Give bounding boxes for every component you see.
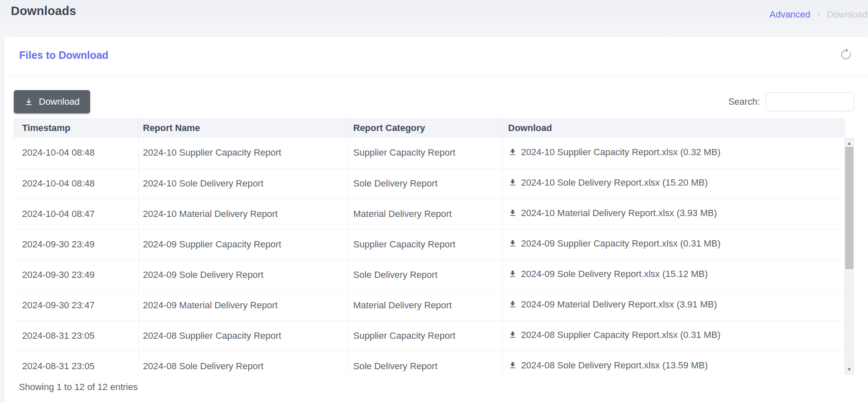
cell-download: 2024-08 Sole Delivery Report.xlsx (13.59…: [502, 351, 845, 375]
cell-report-category: Sole Delivery Report: [349, 351, 502, 375]
download-icon: [508, 209, 517, 217]
cell-report-category: Supplier Capacity Report: [349, 138, 502, 168]
cell-report-name: 2024-09 Supplier Capacity Report: [139, 229, 349, 259]
card-body: Download Search: Timestamp Report Name R…: [14, 76, 854, 393]
table-row[interactable]: 2024-09-30 23:49 2024-09 Sole Delivery R…: [14, 259, 845, 290]
download-button-label: Download: [39, 96, 80, 107]
breadcrumb: Advanced › Downloads: [770, 9, 868, 20]
cell-download: 2024-08 Supplier Capacity Report.xlsx (0…: [502, 320, 845, 351]
breadcrumb-link-advanced[interactable]: Advanced: [770, 9, 810, 20]
download-file-link[interactable]: 2024-10 Sole Delivery Report.xlsx (15.20…: [508, 177, 708, 188]
scrollbar-thumb[interactable]: [845, 147, 853, 269]
download-file-label: 2024-10 Supplier Capacity Report.xlsx (0…: [521, 147, 721, 158]
table-row[interactable]: 2024-10-04 08:47 2024-10 Material Delive…: [14, 199, 845, 229]
card-title: Files to Download: [19, 49, 108, 61]
cell-report-name: 2024-10 Sole Delivery Report: [139, 168, 349, 199]
table-viewport: 2024-10-04 08:48 2024-10 Supplier Capaci…: [14, 138, 845, 375]
cell-timestamp: 2024-10-04 08:48: [14, 168, 139, 199]
download-button[interactable]: Download: [14, 90, 90, 113]
table-row[interactable]: 2024-09-30 23:49 2024-09 Supplier Capaci…: [14, 229, 845, 259]
cell-download: 2024-09 Supplier Capacity Report.xlsx (0…: [502, 229, 845, 259]
cell-timestamp: 2024-09-30 23:49: [14, 259, 139, 290]
table-scrollbar[interactable]: ▲ ▼: [844, 138, 854, 375]
cell-timestamp: 2024-08-31 23:05: [14, 320, 139, 351]
cell-timestamp: 2024-10-04 08:47: [14, 199, 139, 229]
download-file-label: 2024-10 Material Delivery Report.xlsx (3…: [521, 208, 717, 219]
download-file-label: 2024-09 Supplier Capacity Report.xlsx (0…: [521, 238, 721, 249]
download-icon: [508, 330, 517, 339]
chevron-right-icon: ›: [817, 9, 820, 20]
column-header-report-category[interactable]: Report Category: [349, 118, 502, 138]
column-header-report-name[interactable]: Report Name: [139, 118, 349, 138]
download-file-link[interactable]: 2024-08 Supplier Capacity Report.xlsx (0…: [508, 330, 721, 340]
search-input[interactable]: [766, 92, 854, 111]
cell-report-category: Material Delivery Report: [349, 290, 502, 320]
cell-timestamp: 2024-08-31 23:05: [14, 351, 139, 375]
cell-report-category: Material Delivery Report: [349, 199, 502, 229]
cell-report-category: Sole Delivery Report: [349, 259, 502, 290]
cell-timestamp: 2024-09-30 23:47: [14, 290, 139, 320]
download-file-link[interactable]: 2024-10 Supplier Capacity Report.xlsx (0…: [508, 147, 721, 158]
download-file-label: 2024-08 Supplier Capacity Report.xlsx (0…: [521, 330, 721, 340]
download-icon: [508, 178, 517, 187]
download-file-label: 2024-09 Material Delivery Report.xlsx (3…: [521, 299, 717, 310]
download-file-label: 2024-09 Sole Delivery Report.xlsx (15.12…: [521, 269, 708, 280]
cell-download: 2024-10 Supplier Capacity Report.xlsx (0…: [502, 138, 845, 168]
table-row[interactable]: 2024-10-04 08:48 2024-10 Sole Delivery R…: [14, 168, 845, 199]
cell-report-category: Sole Delivery Report: [349, 168, 502, 199]
download-icon: [508, 239, 517, 248]
download-file-link[interactable]: 2024-09 Supplier Capacity Report.xlsx (0…: [508, 238, 721, 249]
table-row[interactable]: 2024-10-04 08:48 2024-10 Supplier Capaci…: [14, 138, 845, 168]
download-file-link[interactable]: 2024-08 Sole Delivery Report.xlsx (13.59…: [508, 360, 708, 371]
table-row[interactable]: 2024-09-30 23:47 2024-09 Material Delive…: [14, 290, 845, 320]
table-header: Timestamp Report Name Report Category Do…: [14, 118, 845, 138]
cell-report-name: 2024-10 Supplier Capacity Report: [139, 138, 349, 168]
entries-info: Showing 1 to 12 of 12 entries: [14, 382, 854, 393]
download-file-link[interactable]: 2024-09 Material Delivery Report.xlsx (3…: [508, 299, 717, 310]
table-row[interactable]: 2024-08-31 23:05 2024-08 Sole Delivery R…: [14, 351, 845, 375]
files-card: Files to Download Download Search:: [4, 37, 868, 403]
card-header: Files to Download: [4, 37, 868, 76]
cell-download: 2024-10 Sole Delivery Report.xlsx (15.20…: [502, 168, 845, 199]
page-header: Downloads Advanced › Downloads: [0, 0, 868, 37]
cell-report-name: 2024-08 Supplier Capacity Report: [139, 320, 349, 351]
breadcrumb-current: Downloads: [827, 9, 868, 20]
download-icon: [508, 148, 517, 156]
download-file-label: 2024-08 Sole Delivery Report.xlsx (13.59…: [521, 360, 708, 371]
page-title: Downloads: [11, 4, 76, 18]
cell-timestamp: 2024-10-04 08:48: [14, 138, 139, 168]
toolbar: Download Search:: [14, 90, 854, 113]
search-label: Search:: [728, 96, 760, 107]
cell-download: 2024-09 Sole Delivery Report.xlsx (15.12…: [502, 259, 845, 290]
download-icon: [24, 97, 33, 106]
cell-report-name: 2024-09 Material Delivery Report: [139, 290, 349, 320]
cell-report-category: Supplier Capacity Report: [349, 320, 502, 351]
cell-report-name: 2024-09 Sole Delivery Report: [139, 259, 349, 290]
column-header-download[interactable]: Download: [502, 118, 845, 138]
download-icon: [508, 300, 517, 309]
download-file-label: 2024-10 Sole Delivery Report.xlsx (15.20…: [521, 177, 708, 188]
cell-timestamp: 2024-09-30 23:49: [14, 229, 139, 259]
cell-report-category: Supplier Capacity Report: [349, 229, 502, 259]
downloads-table: Timestamp Report Name Report Category Do…: [14, 118, 845, 375]
cell-download: 2024-10 Material Delivery Report.xlsx (3…: [502, 199, 845, 229]
download-file-link[interactable]: 2024-09 Sole Delivery Report.xlsx (15.12…: [508, 269, 708, 280]
column-header-timestamp[interactable]: Timestamp: [14, 118, 139, 138]
scroll-down-icon[interactable]: ▼: [844, 365, 854, 374]
table-row[interactable]: 2024-08-31 23:05 2024-08 Supplier Capaci…: [14, 320, 845, 351]
cell-report-name: 2024-10 Material Delivery Report: [139, 199, 349, 229]
scroll-up-icon[interactable]: ▲: [844, 139, 854, 148]
download-icon: [508, 361, 517, 370]
download-icon: [508, 270, 517, 278]
download-file-link[interactable]: 2024-10 Material Delivery Report.xlsx (3…: [508, 208, 717, 219]
table-body: 2024-10-04 08:48 2024-10 Supplier Capaci…: [14, 138, 845, 375]
cell-download: 2024-09 Material Delivery Report.xlsx (3…: [502, 290, 845, 320]
cell-report-name: 2024-08 Sole Delivery Report: [139, 351, 349, 375]
search-group: Search:: [728, 92, 854, 111]
refresh-icon[interactable]: [840, 48, 853, 62]
